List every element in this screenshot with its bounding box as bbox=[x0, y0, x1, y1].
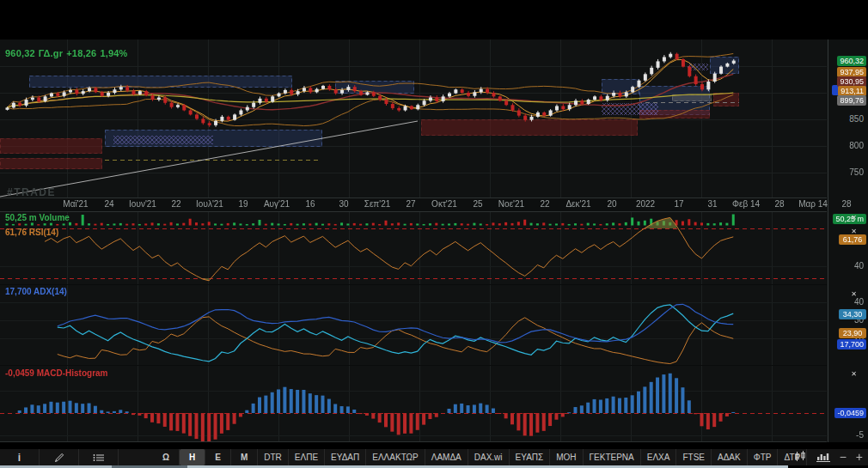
price-change-pct: 1,94% bbox=[100, 48, 127, 58]
symbol-tab[interactable]: ΕΛΧΑ bbox=[641, 449, 677, 465]
price-change: +18,26 bbox=[66, 48, 96, 58]
price-chip: 34,30 bbox=[839, 309, 866, 319]
volume-pane-label: 50,25 m Volume bbox=[5, 213, 70, 222]
symbol-tab[interactable]: ΕΥΑΠΣ bbox=[510, 449, 551, 465]
draw-button[interactable] bbox=[40, 449, 79, 465]
price-chip: -0,0459 bbox=[834, 408, 866, 418]
adx-pane-close-button[interactable]: ✕ bbox=[851, 291, 857, 298]
info-button[interactable]: i bbox=[0, 449, 40, 465]
histogram-button[interactable] bbox=[816, 451, 830, 463]
indicator-list-button[interactable] bbox=[79, 449, 119, 465]
last-price: 960,32 bbox=[5, 48, 35, 58]
list-icon bbox=[93, 453, 105, 463]
price-chip: 50,25 m bbox=[833, 214, 866, 224]
pencil-icon bbox=[54, 453, 64, 463]
rsi-pane-close-button[interactable]: ✕ bbox=[851, 228, 857, 235]
tabs-container: ΩΗΕΜDTRΕΛΠΕΕΥΔΑΠΕΛΛΑΚΤΩΡΛΑΜΔΑDAX.wiΕΥΑΠΣ… bbox=[153, 449, 807, 465]
volume-value: 50,25 m bbox=[5, 213, 37, 222]
symbol-tab[interactable]: ΦΤΡ bbox=[748, 449, 779, 465]
symbol-tab[interactable]: ΕΛΛΑΚΤΩΡ bbox=[366, 449, 425, 465]
symbol-tab[interactable]: ΑΔΑΚ bbox=[712, 449, 748, 465]
symbol-info: 960,32ΓΔ.gr+18,261,94% bbox=[5, 48, 131, 58]
price-chip: 61,76 bbox=[839, 234, 866, 245]
symbol-tab[interactable]: ΜΟΗ bbox=[550, 449, 583, 465]
price-chip: 23,90 bbox=[839, 328, 866, 338]
zoom-in-button[interactable]: + bbox=[856, 451, 863, 463]
price-chip: 17,700 bbox=[837, 339, 866, 349]
timeframe-tab[interactable]: Η bbox=[180, 449, 205, 465]
candlestick-chart-button[interactable] bbox=[794, 451, 807, 463]
chart-style-controls: − + bbox=[794, 448, 863, 465]
adx-pane-label: 17,700 ADX(14) bbox=[5, 287, 67, 296]
bottom-toolbar: i ΩΗΕΜDTRΕΛΠΕΕΥΔΑΠΕΛΛΑΚΤΩΡΛΑΜΔΑDAX.wiΕΥΑ… bbox=[0, 448, 868, 465]
price-chip: 960,32 bbox=[837, 56, 866, 66]
timeframe-tab[interactable]: Ε bbox=[205, 449, 231, 465]
symbol-name: ΓΔ.gr bbox=[39, 48, 63, 58]
macd-pane-close-button[interactable]: ✕ bbox=[851, 371, 857, 378]
timeframe-tab[interactable]: Ω bbox=[153, 449, 180, 465]
chart-canvas[interactable] bbox=[0, 40, 828, 442]
price-chip: 899,76 bbox=[837, 95, 866, 106]
axis-scale-label: 750 bbox=[849, 167, 864, 177]
macd-pane-label: -0,0459 MACD-Histogram bbox=[5, 368, 107, 378]
toolbar-spacer bbox=[119, 449, 153, 465]
zoom-out-button[interactable]: − bbox=[840, 451, 847, 463]
symbol-tab[interactable]: ΛΑΜΔΑ bbox=[425, 449, 468, 465]
rsi-pane-label: 61,76 RSI(14) bbox=[5, 228, 58, 237]
symbol-tab[interactable]: ΓΕΚΤΕΡΝΑ bbox=[584, 449, 641, 465]
symbol-tab[interactable]: DAX.wi bbox=[468, 449, 510, 465]
axis-scale-label: 40 bbox=[854, 261, 864, 270]
symbol-tab[interactable]: FTSE bbox=[676, 449, 712, 465]
axis-scale-label: 850 bbox=[849, 114, 864, 124]
volume-pane-close-button[interactable]: ✕ bbox=[851, 215, 857, 222]
info-icon: i bbox=[18, 452, 21, 464]
symbol-tab[interactable]: ΕΥΔΑΠ bbox=[325, 449, 366, 465]
axis-scale-label: 40 bbox=[854, 297, 864, 307]
axis-scale-label: 800 bbox=[849, 141, 864, 150]
symbol-tab[interactable]: ΕΛΠΕ bbox=[289, 449, 325, 465]
axis-scale-label: -5 bbox=[856, 430, 864, 440]
symbol-tab[interactable]: DTR bbox=[258, 449, 289, 465]
trading-terminal: 960,32ΓΔ.gr+18,261,94% #TRADE 50,25 m Vo… bbox=[0, 0, 868, 468]
bar-chart-icon bbox=[816, 451, 830, 463]
x-axis-label: 28 bbox=[812, 199, 868, 209]
timeframe-tab[interactable]: Μ bbox=[231, 449, 258, 465]
volume-name: Volume bbox=[39, 213, 69, 222]
candlestick-chart-icon bbox=[794, 451, 807, 463]
watermark: #TRADE bbox=[7, 186, 56, 198]
